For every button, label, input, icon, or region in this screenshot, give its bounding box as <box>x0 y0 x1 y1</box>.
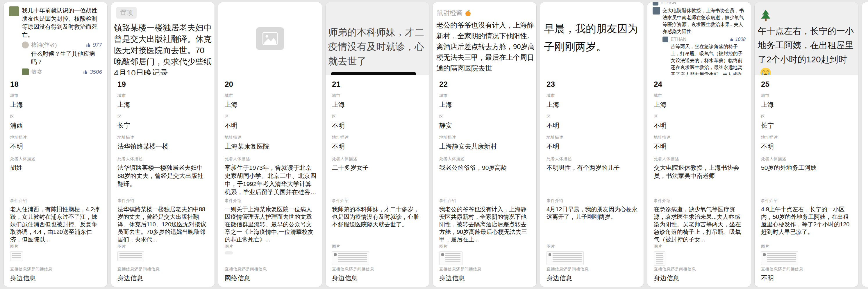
reply-author: 敏宴 <box>31 68 42 75</box>
partial-card[interactable] <box>862 2 868 287</box>
field-label-city: 城市 <box>332 93 424 98</box>
field-label-district: 区 <box>761 114 853 119</box>
record-card-21[interactable]: 师弟的本科师妹，才二 疫情没有及时就诊，心 就去世了 21 城市上海 区不明 地… <box>326 2 429 287</box>
field-value-deceased: 胡姓 <box>10 164 102 172</box>
source-screenshot <box>218 2 322 75</box>
record-card-20[interactable]: 20 城市上海 区不明 地址描述上海某康复医院 死者大体描述李昶生于1973年，… <box>218 2 322 287</box>
record-card-24[interactable]: ETHAN 交大电院退休教授，上海书协会员，书法家吴中南老师在急诊病逝，缺少氧气… <box>647 2 751 287</box>
avatar <box>22 69 29 75</box>
field-value-event: 4月12日早晨，我的朋友因为心梗永远离开了，儿子刚刚两岁。 <box>547 206 638 220</box>
field-label-district: 区 <box>118 114 209 119</box>
field-value-info-type: 身边信息 <box>118 274 209 283</box>
card-number: 24 <box>654 80 662 88</box>
source-screenshot: ETHAN 交大电院退休教授，上海书协会员，书法家吴中南老师在急诊病逝，缺少氧气… <box>647 2 751 75</box>
field-label-deceased: 死者大体描述 <box>332 156 424 161</box>
field-value-address: 法华镇路某楼一楼 <box>118 142 209 151</box>
record-card-23[interactable]: 早晨，我的朋友因为 子刚刚两岁。 23 城市上海 区不明 地址描述不明 死者大体… <box>540 2 644 287</box>
reply: 柿油(作者) 977 什么时候？生了其他疾病吗？ <box>22 41 102 66</box>
field-value-district: 不明 <box>654 121 746 130</box>
image-thumbnail[interactable] <box>547 251 584 265</box>
thumb-up-icon <box>730 37 734 42</box>
field-value-info-type: 网络信息 <box>225 274 316 283</box>
field-label-district: 区 <box>654 114 746 119</box>
source-screenshot: 师弟的本科师妹，才二 疫情没有及时就诊，心 就去世了 <box>326 2 429 75</box>
field-value-event: 法华镇路某楼一楼独居老夫妇中88岁的丈夫，曾经是交大出版社翻译。休克后110、1… <box>118 206 209 243</box>
field-label-city: 城市 <box>439 93 531 98</box>
field-label-info-type: 直接信息还是间接信息 <box>654 266 746 272</box>
field-value-deceased: 法华镇路某楼一楼独居老夫妇中88岁的丈夫，曾经是交大出版社翻译。 <box>118 164 209 188</box>
avatar <box>653 2 658 5</box>
clipped-comment-row: ETHAN <box>653 2 746 6</box>
record-card-25[interactable]: 午十点左右，长宁的一小 地务工阿姨，在出租屋里 了2个小时的120赶到时 25 … <box>755 2 858 287</box>
field-value-city: 上海 <box>10 100 102 109</box>
source-screenshot: 午十点左右，长宁的一小 地务工阿姨，在出租屋里 了2个小时的120赶到时 <box>755 2 858 75</box>
field-value-city: 上海 <box>761 100 853 109</box>
like-count: 3506 <box>83 69 102 75</box>
field-value-city: 上海 <box>225 100 316 109</box>
field-label-city: 城市 <box>118 93 209 98</box>
field-value-deceased: 李昶生于1973年，曾就读于北京史家胡同小学、北京二中、北京四中，于1992年考… <box>225 164 316 196</box>
broken-image-icon <box>256 27 284 50</box>
field-label-event: 事件介绍 <box>225 198 316 203</box>
field-value-deceased: 二十多岁女子 <box>332 164 424 172</box>
image-thumbnail[interactable] <box>225 251 233 254</box>
field-label-address: 地址描述 <box>118 135 209 140</box>
field-value-city: 上海 <box>654 100 746 109</box>
like-count: 1008 <box>730 37 746 42</box>
source-screenshot: 我几十年前就认识的一位胡姓朋友也是因为封控、核酸检测等原因没有得到及时救治而死亡… <box>4 2 107 75</box>
field-label-event: 事件介绍 <box>439 198 531 203</box>
avatar <box>22 41 29 48</box>
record-card-18[interactable]: 我几十年前就认识的一位胡姓朋友也是因为封控、核酸检测等原因没有得到及时救治而死亡… <box>4 2 107 287</box>
orange-emoji-icon <box>465 9 471 16</box>
field-label-district: 区 <box>225 114 316 119</box>
record-card-19[interactable]: 置顶 镇路某楼一楼独居老夫妇中 曾是交大出版社翻译。休克 医无对接医院而去世。7… <box>111 2 215 287</box>
field-value-district: 不明 <box>332 121 424 130</box>
image-thumbnail[interactable] <box>439 251 463 265</box>
card-number: 23 <box>547 80 555 88</box>
field-value-info-type: 身边信息 <box>439 274 531 283</box>
image-thumbnail[interactable] <box>654 251 665 266</box>
card-number: 20 <box>225 80 233 88</box>
field-label-info-type: 直接信息还是间接信息 <box>439 266 531 272</box>
source-screenshot: 置顶 镇路某楼一楼独居老夫妇中 曾是交大出版社翻译。休克 医无对接医院而去世。7… <box>111 2 215 75</box>
field-value-district: 不明 <box>225 121 316 130</box>
field-label-district: 区 <box>547 114 638 119</box>
field-label-info-type: 直接信息还是间接信息 <box>225 266 316 272</box>
field-label-info-type: 直接信息还是间接信息 <box>547 266 638 272</box>
field-value-info-type: 身边信息 <box>332 274 424 283</box>
field-value-district: 长宁 <box>761 121 853 130</box>
field-label-address: 地址描述 <box>225 135 316 140</box>
field-label-info-type: 直接信息还是间接信息 <box>332 266 424 272</box>
field-label-city: 城市 <box>547 93 638 98</box>
avatar <box>653 7 660 14</box>
field-value-district: 静安 <box>439 121 531 130</box>
field-label-district: 区 <box>10 114 102 119</box>
field-value-info-type: 不明 <box>761 274 853 283</box>
field-label-city: 城市 <box>761 93 853 98</box>
field-value-event: 一则关于上海某康复医院一位病人因疫情管理无人护理而去世的文章在微信群里流转。最早… <box>225 206 316 243</box>
field-value-event: 老人住浦西，有陈旧性脑梗，4.2摔跤，女儿被封在浦东过不了江，妹妹们虽住浦西但也… <box>10 206 102 243</box>
field-value-event: 在急诊病逝，缺少氧气等医疗资源，哀求医生求治未果...夫人亦感染为阳性。吴老师苦… <box>654 206 746 243</box>
field-label-event: 事件介绍 <box>332 198 424 203</box>
field-label-city: 城市 <box>225 93 316 98</box>
field-value-city: 上海 <box>547 100 638 109</box>
field-value-address: 上海静安去共康新村 <box>439 142 531 151</box>
record-card-22[interactable]: 鼠甜橙酱 老公的爷爷也没有计入，上海静 新村，全家阴的情况下他阳性。 离酒店后差… <box>433 2 536 287</box>
field-label-city: 城市 <box>10 93 102 98</box>
field-value-event: 我老公的爷爷也没有计入，上海静安区共康新村，全家阴的情况下他阳性，被转去隔离酒店… <box>439 206 531 243</box>
image-thumbnail[interactable] <box>761 251 798 265</box>
field-value-city: 上海 <box>439 100 531 109</box>
pinned-badge: 置顶 <box>116 7 136 19</box>
tree-icon <box>760 9 853 23</box>
field-value-city: 上海 <box>332 100 424 109</box>
field-value-address: 上海某康复医院 <box>225 142 316 151</box>
image-thumbnail[interactable] <box>332 251 369 265</box>
reply-author: 柿油(作者) <box>31 41 57 49</box>
image-thumbnail[interactable] <box>118 251 144 261</box>
field-label-address: 地址描述 <box>761 135 853 140</box>
image-thumbnail[interactable] <box>10 251 23 261</box>
field-label-event: 事件介绍 <box>547 198 638 203</box>
field-label-event: 事件介绍 <box>761 198 853 203</box>
card-number: 25 <box>761 80 770 88</box>
reply: ETHAN 1008 苦等两天，坐在急诊角落的椅子上，打吊瓶、吸氧气（被封控的子… <box>662 37 746 75</box>
